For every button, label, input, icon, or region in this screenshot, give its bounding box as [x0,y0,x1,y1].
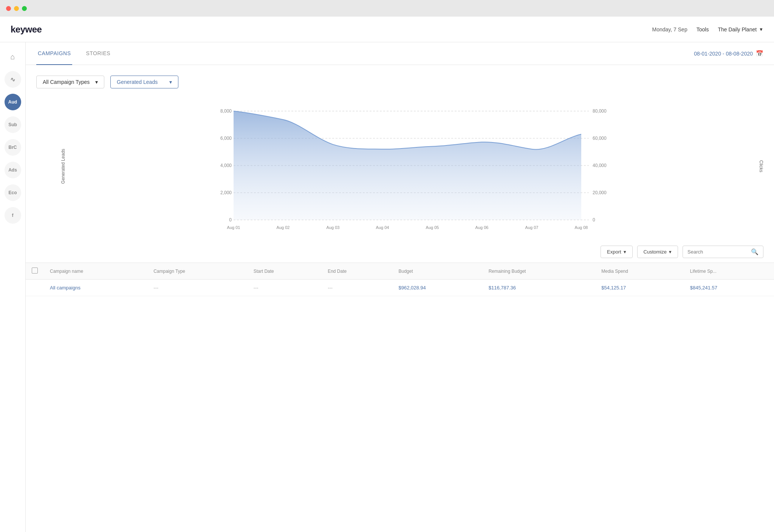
svg-text:20,000: 20,000 [593,190,607,195]
search-input[interactable] [687,249,748,255]
end-date-cell: --- [322,280,392,296]
subscriptions-label: Sub [8,122,17,127]
home-icon: ⌂ [10,53,15,61]
svg-text:0: 0 [593,217,595,223]
col-campaign-type: Campaign Type [147,263,248,280]
app-header: keywee Monday, 7 Sep Tools The Daily Pla… [0,17,774,42]
audience-label: Aud [8,99,17,105]
campaign-name-cell[interactable]: All campaigns [44,280,147,296]
remaining-budget-cell: $116,787.36 [483,280,596,296]
analytics-icon: ∿ [10,76,15,83]
lifetime-spend-cell: $845,241.57 [684,280,774,296]
date-range-picker[interactable]: 08-01-2020 - 08-08-2020 📅 [694,50,763,57]
sidebar-item-home[interactable]: ⌂ [5,48,21,65]
main-layout: ⌂ ∿ Aud Sub BrC Ads Eco f [0,42,774,532]
ads-label: Ads [8,167,17,173]
search-icon: 🔍 [751,248,759,255]
svg-text:80,000: 80,000 [593,108,607,114]
tabs-bar: CAMPAIGNS STORIES 08-01-2020 - 08-08-202… [26,42,774,65]
table-row: All campaigns --- --- --- $962,028.94 $1… [26,280,774,296]
svg-text:0: 0 [229,217,232,223]
header-right: Monday, 7 Sep Tools The Daily Planet ▼ [652,26,763,32]
svg-text:Aug 03: Aug 03 [327,225,340,230]
col-remaining-budget: Remaining Budget [483,263,596,280]
metric-dropdown[interactable]: Generated Leads ▾ [110,76,178,88]
start-date-cell: --- [248,280,322,296]
app-logo: keywee [11,24,652,35]
y-axis-left-label: Generated Leads [60,149,66,184]
facebook-icon: f [12,213,14,218]
svg-text:6,000: 6,000 [220,136,232,141]
chevron-down-icon: ▾ [95,79,98,85]
customize-button[interactable]: Customize ▾ [637,246,678,258]
col-media-spend: Media Spend [595,263,684,280]
media-spend-cell: $54,125.17 [595,280,684,296]
table-toolbar: Export ▾ Customize ▾ 🔍 [26,241,774,263]
org-name: The Daily Planet [718,26,757,32]
svg-text:Aug 08: Aug 08 [575,225,588,230]
svg-text:Aug 01: Aug 01 [227,225,240,230]
col-budget: Budget [393,263,483,280]
svg-text:Aug 07: Aug 07 [525,225,539,230]
sidebar-item-brand[interactable]: BrC [5,139,21,156]
campaign-type-cell: --- [147,280,248,296]
select-all-checkbox[interactable] [32,268,38,274]
org-selector[interactable]: The Daily Planet ▼ [718,26,763,32]
tab-stories[interactable]: STORIES [84,42,112,65]
y-axis-right-label: Clicks [759,160,764,172]
svg-text:8,000: 8,000 [220,108,232,114]
chart-svg: 8,000 6,000 4,000 2,000 0 80,000 60,000 … [67,97,748,234]
chevron-down-icon: ▾ [624,249,626,255]
tab-campaigns[interactable]: CAMPAIGNS [36,42,72,65]
search-box[interactable]: 🔍 [683,246,763,258]
chevron-down-icon: ▾ [169,79,172,85]
maximize-button[interactable] [22,6,27,11]
col-campaign-name: Campaign name [44,263,147,280]
svg-text:40,000: 40,000 [593,163,607,168]
col-start-date: Start Date [248,263,322,280]
header-date: Monday, 7 Sep [652,26,687,32]
brand-label: BrC [8,145,17,150]
budget-cell: $962,028.94 [393,280,483,296]
sidebar: ⌂ ∿ Aud Sub BrC Ads Eco f [0,42,26,532]
calendar-icon: 📅 [756,50,763,57]
date-range-text: 08-01-2020 - 08-08-2020 [694,51,753,57]
tools-link[interactable]: Tools [697,26,709,32]
campaign-type-dropdown[interactable]: All Campaign Types ▾ [36,76,104,88]
chevron-down-icon: ▼ [759,27,763,32]
export-button[interactable]: Export ▾ [601,246,633,258]
svg-text:2,000: 2,000 [220,190,232,195]
svg-text:Aug 06: Aug 06 [475,225,489,230]
sidebar-item-facebook[interactable]: f [5,207,21,224]
filters-row: All Campaign Types ▾ Generated Leads ▾ [26,65,774,94]
sidebar-item-eco[interactable]: Eco [5,184,21,201]
chevron-down-icon: ▾ [669,249,672,255]
svg-text:Aug 04: Aug 04 [376,225,389,230]
select-all-col [26,263,44,280]
sidebar-item-audience[interactable]: Aud [5,94,21,110]
minimize-button[interactable] [14,6,19,11]
close-button[interactable] [6,6,11,11]
svg-text:4,000: 4,000 [220,163,232,168]
eco-label: Eco [8,190,17,195]
svg-text:Aug 05: Aug 05 [426,225,439,230]
sidebar-item-ads[interactable]: Ads [5,162,21,178]
col-lifetime-spend: Lifetime Sp... [684,263,774,280]
main-content: CAMPAIGNS STORIES 08-01-2020 - 08-08-202… [26,42,774,532]
svg-text:Aug 02: Aug 02 [277,225,290,230]
col-end-date: End Date [322,263,392,280]
chart-area [234,111,581,220]
row-checkbox-cell [26,280,44,296]
chart-container: Generated Leads Clicks 8,000 6,000 4,0 [26,94,774,241]
sidebar-item-analytics[interactable]: ∿ [5,71,21,88]
campaigns-table: Campaign name Campaign Type Start Date E… [26,263,774,296]
svg-text:60,000: 60,000 [593,136,607,141]
titlebar [0,0,774,17]
app-container: keywee Monday, 7 Sep Tools The Daily Pla… [0,17,774,532]
sidebar-item-subscriptions[interactable]: Sub [5,116,21,133]
